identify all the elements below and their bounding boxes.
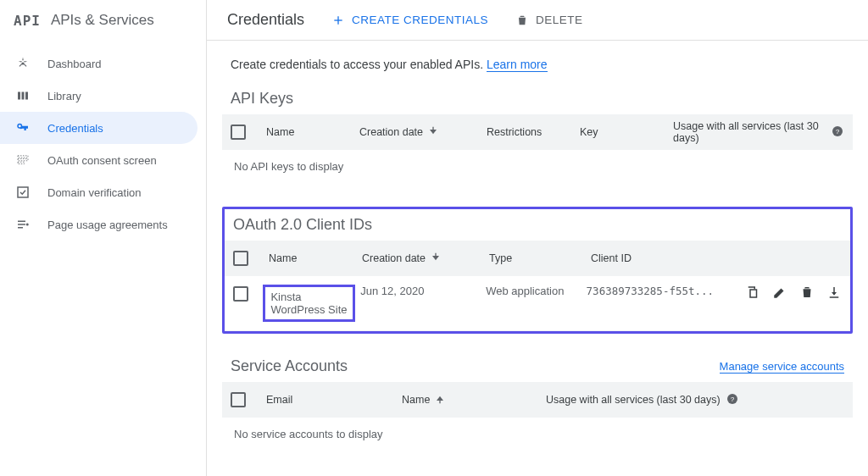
main: Credentials CREATE CREDENTIALS DELETE Cr… xyxy=(207,0,868,476)
nav-label: Library xyxy=(47,90,81,102)
nav-label: Domain verification xyxy=(47,186,142,199)
api-keys-title: API Keys xyxy=(231,90,293,108)
intro-text: Create credentials to access your enable… xyxy=(222,58,853,71)
svg-text:?: ? xyxy=(730,395,734,402)
col-name[interactable]: Name xyxy=(269,252,362,264)
oauth-section: OAuth 2.0 Client IDs Name Creation date … xyxy=(222,207,853,334)
service-empty: No service accounts to display xyxy=(222,418,853,451)
api-keys-section: API Keys Name Creation date Restrictions… xyxy=(222,90,853,183)
plus-icon xyxy=(331,14,345,27)
service-accounts-section: Service Accounts Manage service accounts… xyxy=(222,357,853,451)
col-creation-date[interactable]: Creation date xyxy=(362,251,489,267)
nav-label: Page usage agreements xyxy=(47,219,168,231)
nav-label: Dashboard xyxy=(47,58,102,70)
col-date-label: Creation date xyxy=(362,252,426,264)
delete-icon[interactable] xyxy=(799,285,815,302)
select-all-checkbox[interactable] xyxy=(231,125,246,140)
col-usage[interactable]: Usage with all services (last 30 days) ? xyxy=(546,392,844,408)
manage-service-accounts-link[interactable]: Manage service accounts xyxy=(720,360,844,374)
service-title: Service Accounts xyxy=(231,357,348,375)
col-usage-label: Usage with all services (last 30 days) xyxy=(546,394,721,406)
svg-point-0 xyxy=(26,224,29,226)
oauth-client-type: Web application xyxy=(486,285,586,297)
sort-asc-icon xyxy=(433,392,447,408)
col-email[interactable]: Email xyxy=(266,394,402,406)
help-icon[interactable]: ? xyxy=(726,392,739,408)
delete-button[interactable]: DELETE xyxy=(515,14,583,27)
sidebar-header: API APIs & Services xyxy=(0,0,206,41)
col-name[interactable]: Name xyxy=(402,392,546,408)
oauth-client-name[interactable]: Kinsta WordPress Site xyxy=(263,285,355,322)
sidebar-item-credentials[interactable]: Credentials xyxy=(0,112,198,144)
col-client-id[interactable]: Client ID xyxy=(591,252,752,264)
download-icon[interactable] xyxy=(826,285,842,302)
sidebar-item-dashboard[interactable]: Dashboard xyxy=(0,47,206,80)
api-keys-header: Name Creation date Restrictions Key Usag… xyxy=(222,114,853,150)
create-label: CREATE CREDENTIALS xyxy=(352,14,488,26)
learn-more-link[interactable]: Learn more xyxy=(487,58,548,72)
help-icon[interactable]: ? xyxy=(831,125,844,141)
dashboard-icon xyxy=(15,56,31,71)
consent-icon xyxy=(15,152,31,168)
svg-text:?: ? xyxy=(836,127,840,135)
app-name: APIs & Services xyxy=(51,12,154,29)
nav-label: Credentials xyxy=(47,122,103,135)
sidebar: API APIs & Services Dashboard Library xyxy=(0,0,207,476)
topbar: Credentials CREATE CREDENTIALS DELETE xyxy=(207,0,868,41)
col-usage[interactable]: Usage with all services (last 30 days) ? xyxy=(673,120,844,144)
oauth-client-date: Jun 12, 2020 xyxy=(360,285,486,297)
intro-copy: Create credentials to access your enable… xyxy=(231,58,487,71)
edit-icon[interactable] xyxy=(772,285,787,302)
create-credentials-button[interactable]: CREATE CREDENTIALS xyxy=(331,14,488,27)
agreements-icon xyxy=(15,217,31,232)
sidebar-nav: Dashboard Library Credentials OAuth cons… xyxy=(0,41,206,241)
col-usage-label: Usage with all services (last 30 days) xyxy=(673,120,826,144)
oauth-header: Name Creation date Type Client ID xyxy=(225,241,850,276)
api-keys-empty: No API keys to display xyxy=(222,150,853,183)
nav-label: OAuth consent screen xyxy=(47,154,157,167)
select-all-checkbox[interactable] xyxy=(231,392,246,407)
sort-desc-icon xyxy=(429,251,442,267)
oauth-client-id-value: 736389733285-f55t... xyxy=(587,285,745,297)
verify-icon xyxy=(15,185,31,200)
select-all-checkbox[interactable] xyxy=(233,251,248,266)
key-icon xyxy=(15,120,31,136)
sidebar-item-oauth-consent[interactable]: OAuth consent screen xyxy=(0,144,206,176)
col-creation-date[interactable]: Creation date xyxy=(359,125,487,141)
delete-label: DELETE xyxy=(536,14,583,26)
api-logo: API xyxy=(14,13,41,29)
col-name-label: Name xyxy=(402,394,430,406)
col-restrictions[interactable]: Restrictions xyxy=(487,126,580,138)
trash-icon xyxy=(515,14,529,27)
sidebar-item-domain-verification[interactable]: Domain verification xyxy=(0,176,206,208)
row-checkbox[interactable] xyxy=(233,286,248,302)
sidebar-item-page-usage[interactable]: Page usage agreements xyxy=(0,208,206,241)
table-row: Kinsta WordPress Site Jun 12, 2020 Web a… xyxy=(225,276,850,331)
col-key[interactable]: Key xyxy=(580,126,673,138)
sort-desc-icon xyxy=(426,125,440,141)
copy-icon[interactable] xyxy=(745,285,760,302)
page-title: Credentials xyxy=(227,11,304,29)
service-header: Email Name Usage with all services (last… xyxy=(222,382,853,418)
library-icon xyxy=(15,88,31,103)
col-date-label: Creation date xyxy=(359,126,423,138)
col-name[interactable]: Name xyxy=(266,126,359,138)
sidebar-item-library[interactable]: Library xyxy=(0,80,206,112)
oauth-title: OAuth 2.0 Client IDs xyxy=(233,216,372,234)
col-type[interactable]: Type xyxy=(489,252,591,264)
